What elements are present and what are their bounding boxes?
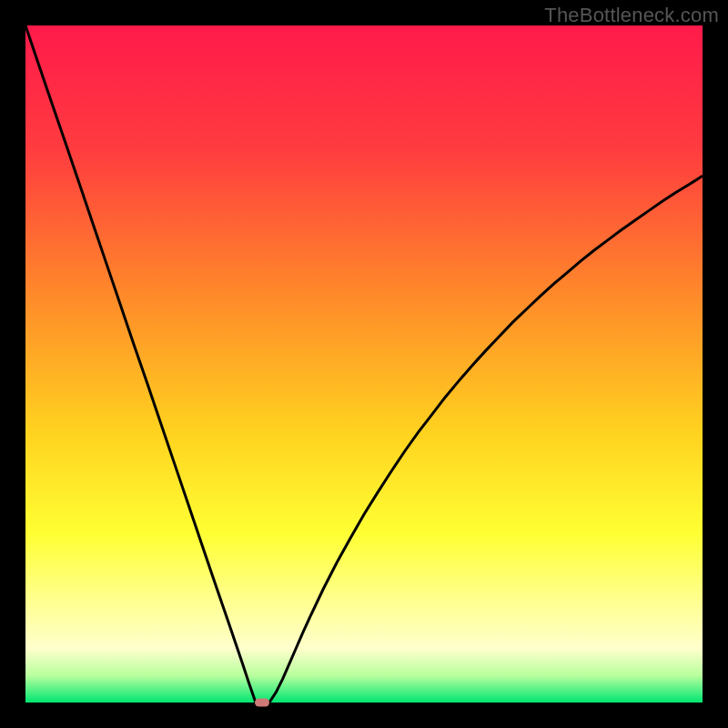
plot-area xyxy=(25,25,703,703)
curve-path xyxy=(25,25,703,703)
bottleneck-curve xyxy=(25,25,703,703)
watermark-text: TheBottleneck.com xyxy=(544,4,719,27)
optimal-point-marker xyxy=(255,699,269,707)
outer-frame: TheBottleneck.com xyxy=(0,0,728,728)
